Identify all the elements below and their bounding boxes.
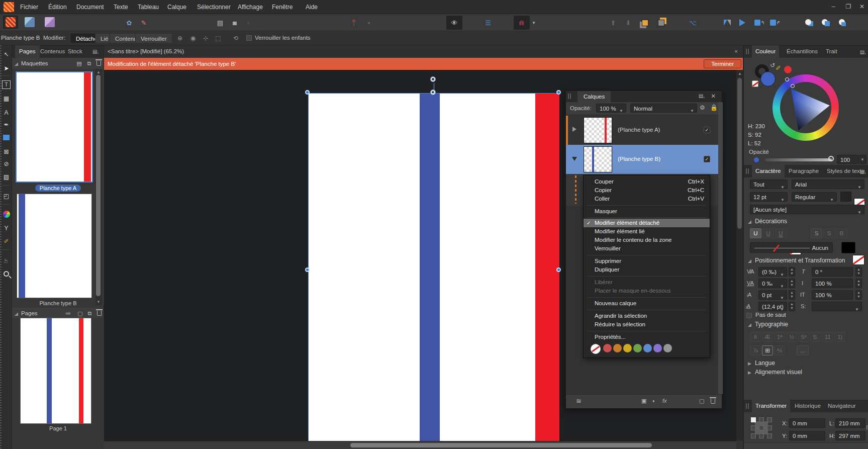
layers-close-icon[interactable]: ✕ (711, 93, 716, 100)
color-picker-tool[interactable] (2, 210, 11, 219)
tag-green[interactable] (633, 344, 642, 352)
layer-b-expand-icon[interactable] (572, 157, 577, 161)
menu-placer-masque[interactable]: Placer le masque en-dessous (584, 287, 710, 295)
anchor-tr[interactable] (767, 417, 772, 422)
tab-close-icon[interactable]: × (734, 45, 738, 58)
scroll-up-icon[interactable]: ▲ (96, 70, 101, 74)
weight-dropdown[interactable]: Regular▼ (792, 192, 837, 202)
menu-aide[interactable]: Aide (306, 0, 318, 14)
strike2-button[interactable]: S (823, 228, 835, 238)
character-panel-menu-icon[interactable]: ▤, (860, 169, 866, 174)
link-dimensions-icon[interactable]: 8 (866, 425, 868, 430)
designer-persona-button[interactable] (22, 16, 37, 29)
menu-agrandir[interactable]: Agrandir la sélection (584, 312, 710, 320)
tab-paragraphe[interactable]: Paragraphe (785, 165, 822, 177)
style-dropdown[interactable]: [Aucun style]▼ (750, 205, 864, 214)
terminer-button[interactable]: Terminer (704, 59, 741, 68)
boolean-add-button[interactable] (802, 16, 817, 30)
maquettes-scrollbar[interactable]: ▲ ▼ (95, 69, 102, 305)
menu-fichier[interactable]: Fichier (20, 0, 38, 14)
menu-nouveau-calque[interactable]: Nouveau calque (584, 299, 710, 308)
typo-btn-6[interactable]: 11 (822, 332, 833, 342)
spread-view-button[interactable]: ◙ (228, 16, 242, 30)
sl-marker[interactable] (791, 84, 795, 88)
tag-gray[interactable] (663, 344, 672, 352)
tracking-stepper[interactable]: ▲▼ (789, 279, 795, 288)
tag-orange[interactable] (613, 344, 622, 352)
fill-color-well[interactable] (760, 71, 776, 86)
collection-dropdown[interactable]: Tout▼ (750, 179, 788, 189)
menu-masquer[interactable]: Masquer (584, 207, 710, 216)
tag-blue[interactable] (643, 344, 652, 352)
layers-settings-icon[interactable]: ⚙ (700, 104, 705, 111)
crop-tool[interactable]: ◰ (2, 192, 11, 201)
node-tool[interactable]: ➤ (2, 64, 11, 73)
panel-menu-icon[interactable]: ▤, (92, 49, 99, 54)
menu-texte[interactable]: Texte (114, 0, 128, 14)
preflight-button[interactable]: ✿ (122, 16, 136, 30)
kerning-stepper[interactable]: ▲▼ (789, 267, 795, 277)
tag-purple[interactable] (653, 344, 662, 352)
publisher-persona-button[interactable] (3, 16, 18, 29)
layer-row-b[interactable]: (Planche type B) ✓ (566, 145, 718, 174)
color-eyedropper-icon[interactable]: ✐ (776, 64, 781, 72)
menu-verrouiller[interactable]: Verrouiller (584, 244, 710, 253)
layers-stack-icon[interactable]: ≋ (576, 397, 582, 405)
document-tab[interactable]: <Sans titre> [Modifié] (65.2%) × (104, 45, 743, 58)
kerning-field[interactable]: (0 ‰)▼ (758, 267, 787, 277)
duplicate-page-icon[interactable]: ⧉ (86, 310, 93, 317)
typo-btn-3[interactable]: ½ (786, 332, 797, 342)
underline3-button[interactable]: U (775, 228, 787, 238)
menu-supprimer[interactable]: Supprimer (584, 257, 710, 265)
anchor-ml[interactable] (751, 425, 756, 430)
move-front-button[interactable]: ⬆ (606, 16, 620, 30)
master-a-label[interactable]: Planche type A (12, 185, 104, 192)
panel-grip[interactable] (746, 49, 749, 54)
page1-label[interactable]: Page 1 (12, 425, 104, 431)
maquettes-scroll-thumb[interactable] (96, 75, 101, 296)
anchor-mr[interactable] (767, 425, 772, 430)
app-icon[interactable] (4, 2, 14, 12)
pin-button[interactable]: 📍 (347, 16, 361, 30)
no-color-swatch[interactable] (752, 80, 758, 87)
menu-copier[interactable]: CopierCtrl+C (584, 186, 710, 195)
layers-scroll-area[interactable] (718, 102, 723, 394)
menu-proprietes[interactable]: Propriétés... (584, 333, 710, 341)
anchor-mm[interactable] (759, 425, 764, 430)
flip-horizontal-button[interactable] (720, 16, 735, 30)
opacity-slider-track[interactable] (765, 158, 832, 161)
layers-lock-icon[interactable]: 🔒 (710, 104, 718, 111)
color-panel-menu-icon[interactable]: ▤, (860, 49, 866, 55)
verrouiller-button[interactable]: Verrouiller (135, 33, 172, 43)
tracking-field[interactable]: 0 ‰▼ (758, 279, 787, 288)
image-tool[interactable]: ▨ (2, 173, 11, 182)
vscale-stepper[interactable]: ▲▼ (855, 290, 862, 300)
typo-btn-2[interactable]: 1ª (774, 332, 785, 342)
delete-master-icon[interactable] (97, 61, 101, 66)
layer-b-visibility-checkbox[interactable]: ✓ (704, 156, 710, 162)
menu-affichage[interactable]: Affichage (238, 0, 263, 14)
alignment-button[interactable]: ⌥ (685, 16, 700, 30)
restore-button[interactable]: ❐ (841, 0, 856, 13)
master-b-label[interactable]: Planche type B (12, 300, 104, 306)
tab-caractere[interactable]: Caractère (752, 165, 785, 177)
menu-tableau[interactable]: Tableau (138, 0, 159, 14)
opacity-dropdown[interactable]: ▼ (859, 155, 866, 164)
picked-color-swatch[interactable] (784, 66, 792, 73)
zoom-tool[interactable] (2, 271, 11, 279)
hscale-stepper[interactable]: ▲▼ (855, 279, 862, 288)
typo-btn-0[interactable]: fi (750, 332, 761, 342)
typo-more-button[interactable]: ... (797, 345, 809, 355)
tab-echantillons[interactable]: Échantillons (783, 45, 821, 58)
strike3-button[interactable]: B (836, 228, 847, 238)
swap-colors-icon[interactable]: ↺ (770, 62, 775, 69)
crosshair-icon[interactable]: ⊕ (175, 34, 184, 43)
show-icon[interactable]: ◉ (188, 34, 198, 43)
move-backward-button[interactable] (653, 16, 668, 30)
vertical-scrollbar[interactable]: ▲ (736, 70, 743, 441)
menu-modifier-contenu[interactable]: Modifier le contenu de la zone (584, 236, 710, 244)
y-field[interactable]: 0 mm (789, 431, 825, 440)
picture-frame-tool[interactable]: ⊠ (2, 148, 11, 156)
size-dropdown[interactable]: 12 pt▼ (750, 192, 788, 202)
langue-header[interactable]: ▶Langue (748, 360, 775, 367)
